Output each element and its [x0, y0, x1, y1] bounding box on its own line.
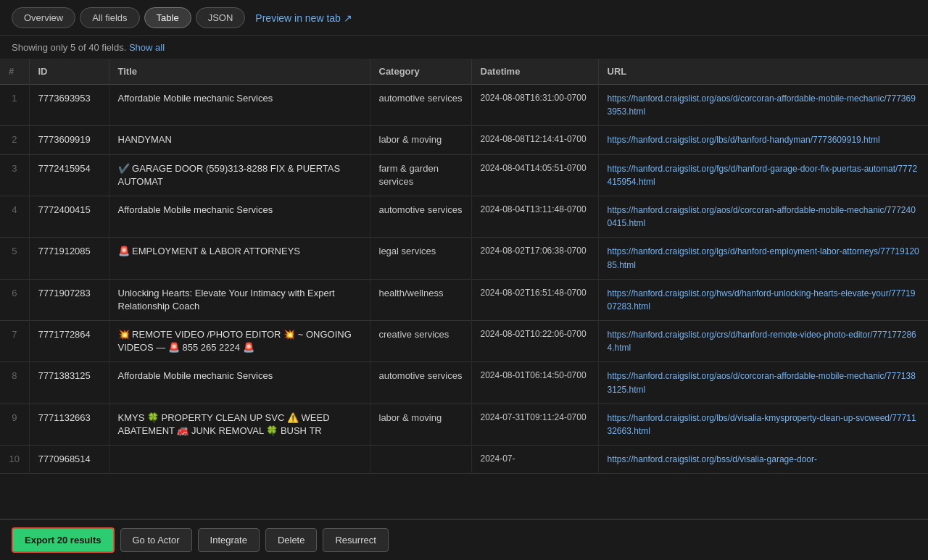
url-link[interactable]: https://hanford.craigslist.org/bss/d/vis… [608, 454, 817, 464]
tab-json[interactable]: JSON [196, 7, 246, 28]
col-title: Title [109, 59, 370, 85]
cell-category: labor & moving [370, 126, 471, 154]
cell-url[interactable]: https://hanford.craigslist.org/crs/d/han… [598, 321, 928, 362]
go-to-actor-button[interactable]: Go to Actor [120, 528, 192, 552]
cell-id: 7771772864 [29, 321, 109, 362]
table-row: 2 7773609919 HANDYMAN labor & moving 202… [0, 126, 928, 154]
cell-id: 7772400415 [29, 196, 109, 237]
cell-datetime: 2024-08-04T13:11:48-0700 [471, 196, 598, 237]
url-link[interactable]: https://hanford.craigslist.org/aos/d/cor… [608, 93, 916, 117]
cell-num: 4 [0, 196, 29, 237]
tab-table[interactable]: Table [144, 7, 191, 28]
results-table: # ID Title Category Datetime URL 1 77736… [0, 59, 928, 474]
url-link[interactable]: https://hanford.craigslist.org/aos/d/cor… [608, 205, 916, 228]
cell-url[interactable]: https://hanford.craigslist.org/fgs/d/han… [598, 154, 928, 196]
cell-id: 7770968514 [29, 446, 109, 474]
cell-url[interactable]: https://hanford.craigslist.org/lgs/d/han… [598, 238, 928, 279]
table-row: 4 7772400415 Affordable Mobile mechanic … [0, 196, 928, 237]
cell-datetime: 2024-07-31T09:11:24-0700 [471, 404, 598, 445]
cell-id: 7771383125 [29, 362, 109, 404]
table-row: 9 7771132663 KMYS 🍀 PROPERTY CLEAN UP SV… [0, 404, 928, 445]
cell-url[interactable]: https://hanford.craigslist.org/hws/d/han… [598, 279, 928, 320]
cell-datetime: 2024-08-01T06:14:50-0700 [471, 362, 598, 404]
col-datetime: Datetime [471, 59, 598, 85]
preview-new-tab-link[interactable]: Preview in new tab ↗ [255, 12, 352, 24]
tab-overview[interactable]: Overview [12, 7, 75, 28]
table-row: 8 7771383125 Affordable Mobile mechanic … [0, 362, 928, 404]
col-num: # [0, 59, 29, 85]
resurrect-button[interactable]: Resurrect [323, 528, 388, 552]
url-link[interactable]: https://hanford.craigslist.org/fgs/d/han… [608, 164, 918, 187]
url-link[interactable]: https://hanford.craigslist.org/aos/d/cor… [608, 371, 916, 394]
url-link[interactable]: https://hanford.craigslist.org/lgs/d/han… [608, 246, 919, 269]
cell-title: Affordable Mobile mechanic Services [109, 362, 370, 404]
cell-title: KMYS 🍀 PROPERTY CLEAN UP SVC ⚠️ WEED ABA… [109, 404, 370, 445]
cell-id: 7771132663 [29, 404, 109, 445]
integrate-button[interactable]: Integrate [198, 528, 260, 552]
cell-num: 3 [0, 154, 29, 196]
cell-num: 1 [0, 85, 29, 126]
table-header-row: # ID Title Category Datetime URL [0, 59, 928, 85]
url-link[interactable]: https://hanford.craigslist.org/lbs/d/han… [608, 135, 880, 145]
table-container: # ID Title Category Datetime URL 1 77736… [0, 59, 928, 519]
cell-url[interactable]: https://hanford.craigslist.org/aos/d/cor… [598, 196, 928, 237]
cell-datetime: 2024-08-08T16:31:00-0700 [471, 85, 598, 126]
cell-num: 2 [0, 126, 29, 154]
cell-category [370, 446, 471, 474]
col-category: Category [370, 59, 471, 85]
cell-category: automotive services [370, 196, 471, 237]
cell-category: labor & moving [370, 404, 471, 445]
export-button[interactable]: Export 20 results [12, 527, 115, 553]
cell-url[interactable]: https://hanford.craigslist.org/aos/d/cor… [598, 362, 928, 404]
cell-num: 6 [0, 279, 29, 320]
show-all-link[interactable]: Show all [129, 42, 165, 53]
cell-title: Affordable Mobile mechanic Services [109, 85, 370, 126]
col-url: URL [598, 59, 928, 85]
table-row: 1 7773693953 Affordable Mobile mechanic … [0, 85, 928, 126]
tab-all-fields[interactable]: All fields [80, 7, 139, 28]
table-row: 10 7770968514 2024-07- https://hanford.c… [0, 446, 928, 474]
cell-num: 10 [0, 446, 29, 474]
cell-datetime: 2024-08-04T14:05:51-0700 [471, 154, 598, 196]
url-link[interactable]: https://hanford.craigslist.org/lbs/d/vis… [608, 413, 916, 436]
cell-num: 7 [0, 321, 29, 362]
cell-category: automotive services [370, 362, 471, 404]
cell-datetime: 2024-08-08T12:14:41-0700 [471, 126, 598, 154]
col-id: ID [29, 59, 109, 85]
cell-id: 7773693953 [29, 85, 109, 126]
cell-title: Affordable Mobile mechanic Services [109, 196, 370, 237]
cell-category: farm & garden services [370, 154, 471, 196]
cell-category: health/wellness [370, 279, 471, 320]
cell-datetime: 2024-08-02T17:06:38-0700 [471, 238, 598, 279]
cell-category: creative services [370, 321, 471, 362]
cell-datetime: 2024-08-02T16:51:48-0700 [471, 279, 598, 320]
table-row: 6 7771907283 Unlocking Hearts: Elevate Y… [0, 279, 928, 320]
cell-url[interactable]: https://hanford.craigslist.org/bss/d/vis… [598, 446, 928, 474]
cell-title: 🚨 EMPLOYMENT & LABOR ATTORNEYS [109, 238, 370, 279]
cell-url[interactable]: https://hanford.craigslist.org/lbs/d/vis… [598, 404, 928, 445]
cell-num: 8 [0, 362, 29, 404]
cell-id: 7772415954 [29, 154, 109, 196]
url-link[interactable]: https://hanford.craigslist.org/hws/d/han… [608, 288, 916, 312]
cell-id: 7773609919 [29, 126, 109, 154]
table-row: 7 7771772864 💥 REMOTE VIDEO /PHOTO EDITO… [0, 321, 928, 362]
cell-title: 💥 REMOTE VIDEO /PHOTO EDITOR 💥 ~ ONGOING… [109, 321, 370, 362]
cell-datetime: 2024-07- [471, 446, 598, 474]
cell-category: legal services [370, 238, 471, 279]
bottom-bar: Export 20 results Go to Actor Integrate … [0, 519, 928, 560]
subbar: Showing only 5 of 40 fields. Show all [0, 36, 928, 59]
cell-title: Unlocking Hearts: Elevate Your Intimacy … [109, 279, 370, 320]
cell-num: 5 [0, 238, 29, 279]
cell-id: 7771907283 [29, 279, 109, 320]
table-row: 3 7772415954 ✔️ GARAGE DOOR (559)313-828… [0, 154, 928, 196]
table-row: 5 7771912085 🚨 EMPLOYMENT & LABOR ATTORN… [0, 238, 928, 279]
cell-category: automotive services [370, 85, 471, 126]
url-link[interactable]: https://hanford.craigslist.org/crs/d/han… [608, 330, 916, 353]
cell-title: ✔️ GARAGE DOOR (559)313-8288 FIX & PUERT… [109, 154, 370, 196]
cell-title: HANDYMAN [109, 126, 370, 154]
cell-num: 9 [0, 404, 29, 445]
cell-title [109, 446, 370, 474]
cell-url[interactable]: https://hanford.craigslist.org/lbs/d/han… [598, 126, 928, 154]
delete-button[interactable]: Delete [265, 528, 318, 552]
cell-url[interactable]: https://hanford.craigslist.org/aos/d/cor… [598, 85, 928, 126]
